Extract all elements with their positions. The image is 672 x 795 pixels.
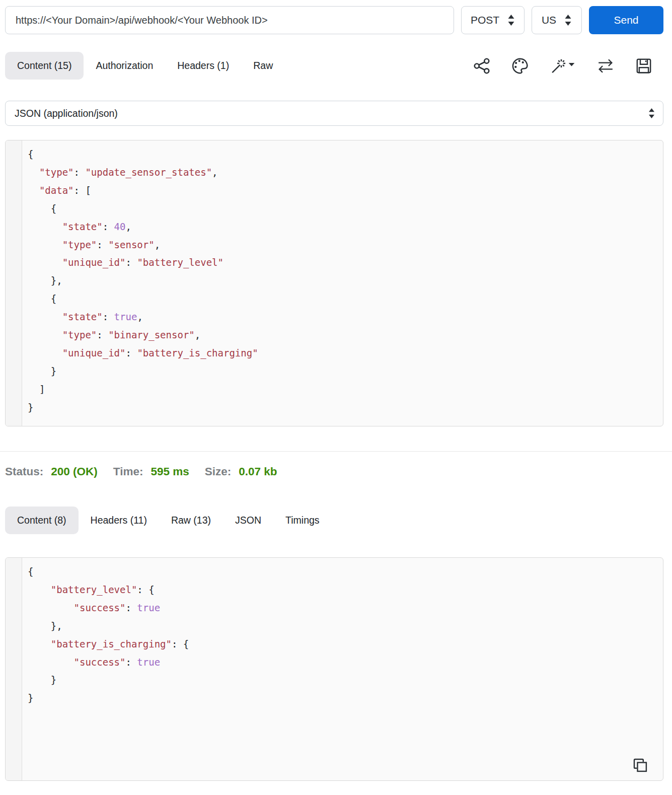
editor-gutter <box>6 140 22 426</box>
updown-arrows-icon <box>648 108 655 119</box>
region-select-value: US <box>542 14 556 26</box>
tab-response-timings[interactable]: Timings <box>273 507 332 534</box>
save-icon[interactable] <box>635 57 652 75</box>
status-label: Status: <box>5 465 43 478</box>
region-select[interactable]: US <box>532 6 582 34</box>
api-client-page: POST US Send Content (15) Authorization … <box>0 0 672 781</box>
content-type-select[interactable]: JSON (application/json) <box>5 101 663 126</box>
magic-wand-icon[interactable] <box>550 57 576 75</box>
request-tabs-row: Content (15) Authorization Headers (1) R… <box>5 52 663 80</box>
send-button[interactable]: Send <box>589 6 663 34</box>
tab-response-content[interactable]: Content (8) <box>5 507 79 534</box>
response-body-code: { "battery_level": { "success": true }, … <box>22 558 189 780</box>
tab-response-json[interactable]: JSON <box>223 507 273 534</box>
viewer-gutter <box>6 558 22 780</box>
response-status-bar: Status: 200 (OK) Time: 595 ms Size: 0.07… <box>5 465 663 478</box>
palette-icon[interactable] <box>511 57 529 75</box>
tab-response-raw[interactable]: Raw (13) <box>159 507 223 534</box>
response-tabs-row: Content (8) Headers (11) Raw (13) JSON T… <box>5 507 663 534</box>
response-body-viewer: { "battery_level": { "success": true }, … <box>5 557 663 781</box>
content-type-value: JSON (application/json) <box>15 108 118 119</box>
request-bar: POST US Send <box>5 6 663 34</box>
copy-icon[interactable] <box>632 757 649 774</box>
request-body-code[interactable]: { "type": "update_sensor_states", "data"… <box>22 140 258 426</box>
request-toolbar <box>473 57 663 75</box>
section-divider <box>0 451 672 452</box>
tab-request-authorization[interactable]: Authorization <box>84 52 165 80</box>
size-value: 0.07 kb <box>239 465 277 478</box>
method-select-value: POST <box>471 14 499 26</box>
tab-request-raw[interactable]: Raw <box>241 52 285 80</box>
status-value: 200 (OK) <box>51 465 98 478</box>
tab-response-headers[interactable]: Headers (11) <box>79 507 159 534</box>
swap-arrows-icon[interactable] <box>597 57 614 75</box>
size-label: Size: <box>205 465 232 478</box>
url-input[interactable] <box>5 6 454 34</box>
tab-request-headers[interactable]: Headers (1) <box>165 52 241 80</box>
time-value: 595 ms <box>151 465 189 478</box>
request-body-editor[interactable]: { "type": "update_sensor_states", "data"… <box>5 140 663 426</box>
time-label: Time: <box>113 465 143 478</box>
share-icon[interactable] <box>473 57 490 75</box>
updown-arrows-icon <box>564 14 572 26</box>
updown-arrows-icon <box>507 14 515 26</box>
tab-request-content[interactable]: Content (15) <box>5 52 84 80</box>
method-select[interactable]: POST <box>461 6 525 34</box>
